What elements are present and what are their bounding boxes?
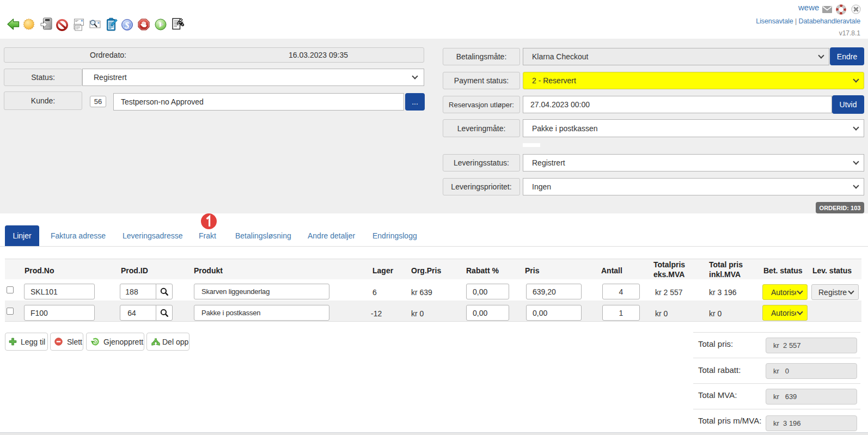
svg-text:$: $ (124, 20, 130, 30)
